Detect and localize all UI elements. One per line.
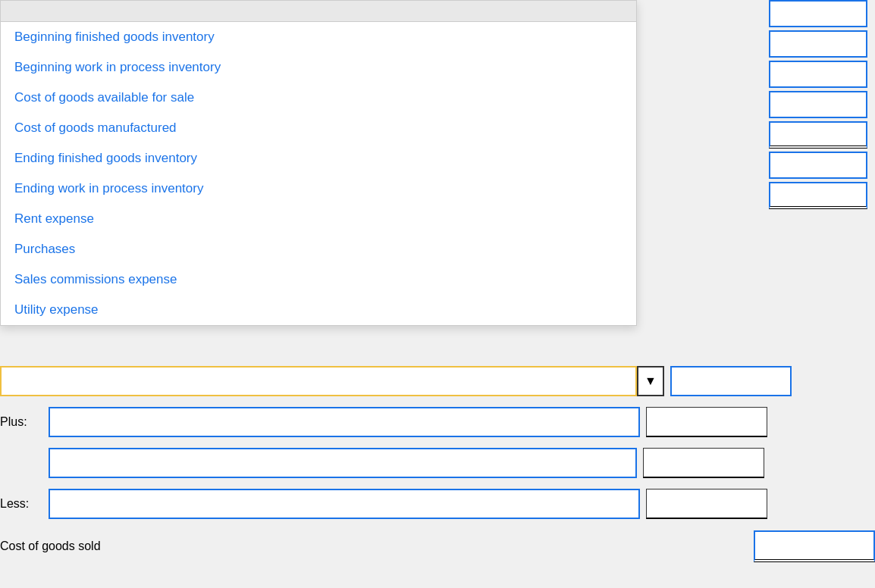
plus-label: Plus: <box>0 415 45 429</box>
dropdown-header <box>1 1 636 22</box>
right-input-1[interactable] <box>769 0 867 27</box>
no-label-right-input[interactable] <box>643 448 764 478</box>
main-container: Beginning finished goods inventory Begin… <box>0 0 875 588</box>
dropdown-item-7[interactable]: Purchases <box>1 234 636 264</box>
dropdown-arrow-button[interactable]: ▼ <box>637 366 664 396</box>
less-right-input[interactable] <box>646 489 767 519</box>
right-input-5[interactable] <box>769 121 867 149</box>
dropdown-item-6[interactable]: Rent expense <box>1 204 636 234</box>
dropdown-item-9[interactable]: Utility expense <box>1 295 636 325</box>
less-label: Less: <box>0 497 45 511</box>
less-row: Less: <box>0 486 875 521</box>
dropdown-menu: Beginning finished goods inventory Begin… <box>0 0 637 326</box>
no-label-row <box>0 446 875 480</box>
chevron-down-icon: ▼ <box>644 374 657 388</box>
plus-main-input[interactable] <box>49 407 640 437</box>
cost-row: Cost of goods sold <box>0 527 875 565</box>
less-main-input[interactable] <box>49 489 640 519</box>
cost-right-input[interactable] <box>754 530 875 562</box>
dropdown-item-2[interactable]: Cost of goods available for sale <box>1 83 636 113</box>
right-input-3[interactable] <box>769 61 867 88</box>
select-input[interactable] <box>0 366 637 396</box>
cost-label: Cost of goods sold <box>0 540 152 553</box>
right-input-6[interactable] <box>769 152 867 179</box>
dropdown-item-0[interactable]: Beginning finished goods inventory <box>1 22 636 52</box>
dropdown-item-5[interactable]: Ending work in process inventory <box>1 174 636 204</box>
top-right-inputs <box>769 0 867 209</box>
no-label-main-input[interactable] <box>49 448 637 478</box>
dropdown-item-1[interactable]: Beginning work in process inventory <box>1 52 636 83</box>
dropdown-item-3[interactable]: Cost of goods manufactured <box>1 113 636 143</box>
bottom-section: ▼ Plus: Less: Cost of goods sold <box>0 364 875 565</box>
plus-row: Plus: <box>0 405 875 439</box>
plus-right-input[interactable] <box>646 407 767 437</box>
right-input-4[interactable] <box>769 91 867 118</box>
select-row: ▼ <box>0 364 875 399</box>
right-input-7[interactable] <box>769 182 867 209</box>
dropdown-item-4[interactable]: Ending finished goods inventory <box>1 143 636 174</box>
dropdown-item-8[interactable]: Sales commissions expense <box>1 264 636 295</box>
right-input-2[interactable] <box>769 30 867 58</box>
select-right-input[interactable] <box>670 366 792 396</box>
